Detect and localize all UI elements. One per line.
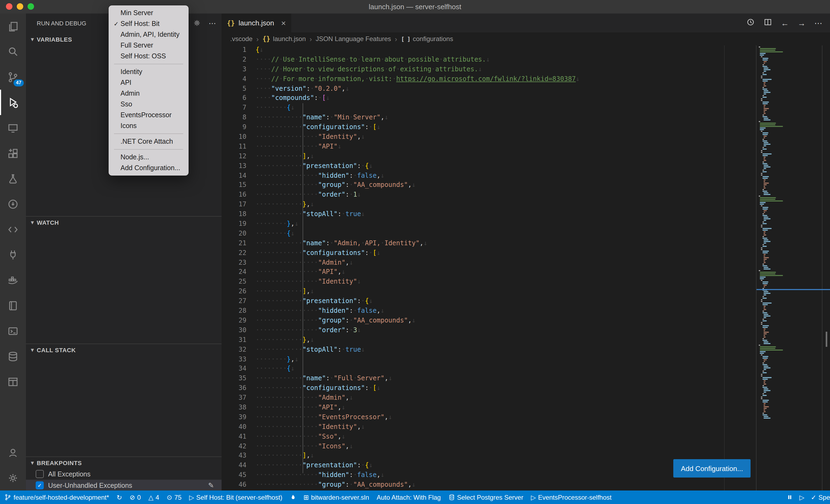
code-brackets-icon[interactable]: [0, 216, 26, 242]
status-item[interactable]: ⊞bitwarden-server.sln: [304, 494, 369, 501]
code-line[interactable]: 25················"Identity"↓: [222, 277, 757, 287]
code-line[interactable]: 31············},↓: [222, 335, 757, 345]
settings-gear-icon[interactable]: [0, 465, 26, 491]
menu-item[interactable]: Node.js...: [108, 152, 189, 163]
code-editor[interactable]: 1{↓2····//·Use·IntelliSense·to·learn·abo…: [222, 45, 830, 491]
code-line[interactable]: 42················"Icons",↓: [222, 442, 757, 451]
status-item[interactable]: ▷: [799, 494, 804, 501]
breadcrumb-item[interactable]: {}launch.json: [262, 35, 306, 43]
breakpoint-row[interactable]: All Exceptions: [26, 468, 222, 480]
status-item[interactable]: Select Postgres Server: [448, 494, 523, 501]
code-line[interactable]: 18············"stopAll":·true↓: [222, 210, 757, 219]
status-item[interactable]: [290, 494, 296, 501]
checkbox-unchecked[interactable]: [36, 470, 44, 478]
code-line[interactable]: 37················"Admin",↓: [222, 393, 757, 403]
code-line[interactable]: 12············],↓: [222, 152, 757, 162]
menu-item[interactable]: Admin, API, Identity: [108, 29, 189, 40]
notebook-icon[interactable]: [0, 293, 26, 318]
code-line[interactable]: 23················"Admin",↓: [222, 258, 757, 268]
search-icon[interactable]: [0, 39, 26, 64]
menu-item[interactable]: Identity: [108, 66, 189, 77]
code-line[interactable]: 27············"presentation":·{↓: [222, 297, 757, 306]
docker-icon[interactable]: [0, 267, 26, 293]
code-line[interactable]: 21············"name":·"Admin,·API,·Ident…: [222, 239, 757, 248]
add-configuration-button[interactable]: Add Configuration...: [673, 459, 751, 477]
code-line[interactable]: 2····//·Use·IntelliSense·to·learn·about·…: [222, 55, 757, 65]
breadcrumb-item[interactable]: [ ]configurations: [401, 35, 453, 43]
code-line[interactable]: 33········},↓: [222, 355, 757, 364]
menu-item[interactable]: Self Host: OSS: [108, 51, 189, 62]
more-actions-icon[interactable]: ⋯: [814, 18, 823, 28]
status-item[interactable]: ▷Self Host: Bit (server-selfhost): [189, 494, 282, 501]
code-line[interactable]: 4····//·For·more·information,·visit:·htt…: [222, 74, 757, 84]
code-line[interactable]: 3····//·Hover·to·view·descriptions·of·ex…: [222, 65, 757, 74]
code-line[interactable]: 35············"name":·"Full·Server",↓: [222, 374, 757, 384]
menu-item[interactable]: API: [108, 77, 189, 88]
code-line[interactable]: 19········},↓: [222, 219, 757, 229]
code-line[interactable]: 17············},↓: [222, 200, 757, 210]
menu-item[interactable]: .NET Core Attach: [108, 136, 189, 147]
code-line[interactable]: 16················"order":·1↓: [222, 191, 757, 200]
code-line[interactable]: 30················"order":·3↓: [222, 326, 757, 335]
postgres-database-icon[interactable]: [0, 343, 26, 369]
code-line[interactable]: 20········{↓: [222, 229, 757, 239]
debug-settings-gear-icon[interactable]: [193, 19, 201, 27]
overview-ruler[interactable]: [822, 45, 830, 491]
section-watch[interactable]: ▾ WATCH: [26, 216, 222, 228]
status-item[interactable]: △4: [148, 494, 159, 501]
edit-pencil-icon[interactable]: ✎: [208, 481, 214, 490]
menu-item[interactable]: Min Server: [108, 7, 189, 19]
remote-explorer-icon[interactable]: [0, 115, 26, 140]
code-line[interactable]: 1{↓: [222, 45, 757, 55]
breadcrumb-item[interactable]: .vscode: [230, 35, 253, 43]
code-line[interactable]: 15················"group":·"AA_compounds…: [222, 181, 757, 191]
tab-launch-json[interactable]: {} launch.json ×: [222, 13, 291, 32]
code-line[interactable]: 29················"group":·"AA_compounds…: [222, 316, 757, 326]
code-line[interactable]: 6····"compounds":·[↓: [222, 94, 757, 103]
run-debug-icon[interactable]: [0, 90, 26, 115]
code-line[interactable]: 39················"EventsProcessor",↓: [222, 413, 757, 423]
status-item[interactable]: ⊘0: [130, 494, 141, 501]
code-line[interactable]: 28················"hidden":·false,↓: [222, 306, 757, 316]
code-line[interactable]: 11················"API"↓: [222, 142, 757, 152]
minimize-window-button[interactable]: [17, 3, 23, 10]
code-line[interactable]: 5····"version":·"0.2.0",↓: [222, 84, 757, 94]
menu-item[interactable]: Admin: [108, 88, 189, 99]
accounts-icon[interactable]: [0, 440, 26, 465]
more-views-icon[interactable]: ⋯: [209, 19, 216, 27]
plug-icon[interactable]: [0, 242, 26, 267]
code-line[interactable]: 41················"Sso",↓: [222, 432, 757, 442]
navigate-back-icon[interactable]: ←: [781, 19, 789, 28]
menu-item[interactable]: EventsProcessor: [108, 110, 189, 121]
breakpoint-row[interactable]: ✓User-Unhandled Exceptions✎: [26, 480, 222, 491]
status-item[interactable]: ⊙75: [167, 494, 182, 501]
code-line[interactable]: 32············"stopAll":·true↓: [222, 345, 757, 355]
checkbox-checked[interactable]: ✓: [36, 481, 44, 490]
code-line[interactable]: 26············],↓: [222, 287, 757, 297]
section-call-stack[interactable]: ▾ CALL STACK: [26, 343, 222, 356]
testing-icon[interactable]: [0, 166, 26, 191]
code-line[interactable]: 8············"name":·"Min·Server",↓: [222, 113, 757, 123]
navigate-forward-icon[interactable]: →: [798, 19, 806, 28]
status-item[interactable]: ✓Spe: [811, 494, 830, 501]
extensions-icon[interactable]: [0, 140, 26, 166]
code-line[interactable]: 38················"API",↓: [222, 403, 757, 413]
status-item[interactable]: [787, 494, 793, 500]
terminal-icon[interactable]: [0, 318, 26, 343]
code-line[interactable]: 10················"Identity",↓: [222, 132, 757, 142]
menu-item[interactable]: ✓Self Host: Bit: [108, 19, 189, 29]
close-window-button[interactable]: [6, 3, 12, 10]
menu-item[interactable]: Add Configuration...: [108, 163, 189, 173]
split-editor-icon[interactable]: [764, 18, 772, 28]
code-line[interactable]: 36············"configurations":·[↓: [222, 383, 757, 393]
live-share-icon[interactable]: [0, 191, 26, 216]
explorer-icon[interactable]: [0, 13, 26, 39]
status-item[interactable]: feature/self-hosted-development*: [4, 494, 109, 501]
menu-item[interactable]: Full Server: [108, 40, 189, 51]
code-line[interactable]: 22············"configurations":·[↓: [222, 248, 757, 258]
close-tab-icon[interactable]: ×: [281, 19, 286, 28]
code-line[interactable]: 13············"presentation":·{↓: [222, 161, 757, 171]
code-lines[interactable]: 1{↓2····//·Use·IntelliSense·to·learn·abo…: [222, 45, 757, 491]
code-line[interactable]: 46················"group":·"AA_compounds…: [222, 480, 757, 490]
layout-icon[interactable]: [0, 369, 26, 394]
